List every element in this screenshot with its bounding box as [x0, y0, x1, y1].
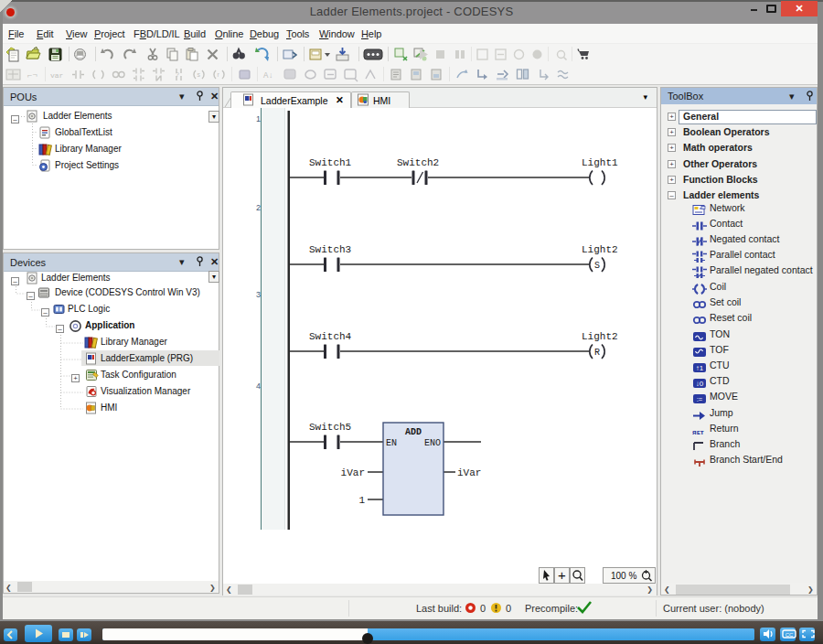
- svg-text:var: var: [50, 71, 64, 80]
- svg-text:S: S: [594, 261, 600, 271]
- svg-text:?: ?: [176, 71, 179, 78]
- svg-text:R: R: [594, 348, 600, 358]
- svg-text:4: 4: [256, 381, 261, 391]
- svg-text:ᴙᴇᴛ: ᴙᴇᴛ: [692, 428, 704, 436]
- svg-text:Switch2: Switch2: [397, 157, 439, 168]
- svg-text:↑1: ↑1: [696, 364, 704, 372]
- svg-text:ENO: ENO: [424, 438, 441, 448]
- svg-text:↓0: ↓0: [696, 380, 704, 388]
- svg-text:r: r: [218, 71, 220, 78]
- svg-text:Switch1: Switch1: [309, 157, 352, 168]
- svg-text:s: s: [198, 71, 201, 78]
- svg-text:iVar: iVar: [457, 467, 481, 478]
- svg-text:A↓: A↓: [263, 71, 273, 80]
- svg-text:ADD: ADD: [405, 427, 422, 437]
- svg-text:Light2: Light2: [582, 331, 618, 342]
- svg-text:1: 1: [358, 495, 365, 506]
- svg-text:iVar: iVar: [341, 467, 365, 478]
- svg-text:1: 1: [256, 114, 261, 123]
- svg-text:2: 2: [256, 203, 261, 212]
- svg-text:EN: EN: [386, 438, 397, 448]
- svg-text:3: 3: [256, 290, 261, 299]
- svg-text::=: :=: [697, 395, 703, 403]
- svg-text:⌐¬: ⌐¬: [27, 71, 37, 80]
- svg-text:Switch3: Switch3: [309, 244, 351, 255]
- svg-text:Switch4: Switch4: [309, 331, 352, 342]
- svg-text:Switch5: Switch5: [309, 422, 351, 433]
- svg-text:Light2: Light2: [582, 244, 618, 255]
- svg-text:Light1: Light1: [582, 157, 618, 168]
- svg-text:CC: CC: [786, 632, 794, 638]
